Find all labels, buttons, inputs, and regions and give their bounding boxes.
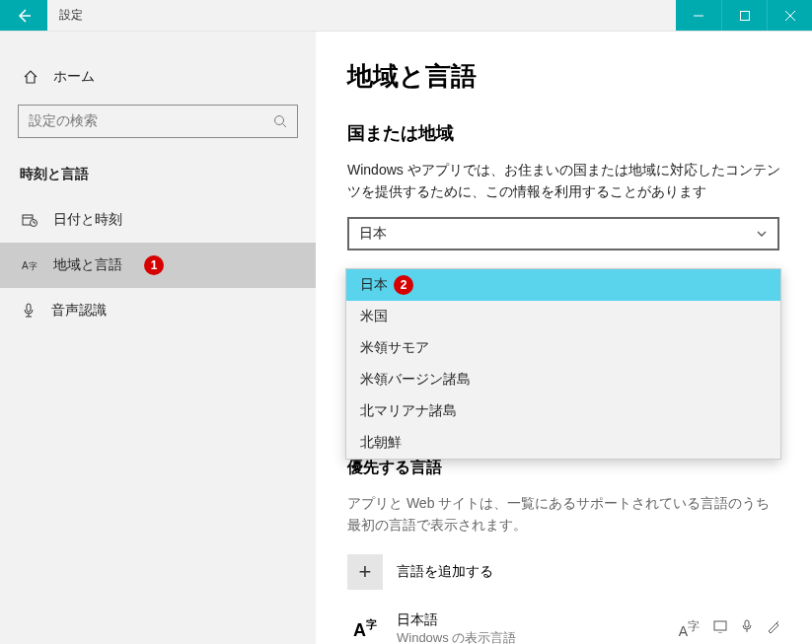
home-icon [22, 69, 39, 85]
add-language-button[interactable]: + 言語を追加する [347, 554, 780, 590]
page-title: 地域と言語 [347, 59, 780, 94]
dropdown-option-label: 米領バージン諸島 [360, 371, 471, 389]
handwriting-icon [767, 619, 780, 639]
country-select[interactable]: 日本 [347, 217, 779, 250]
dropdown-option-label: 日本 [360, 276, 388, 294]
sidebar-item-label: 音声認識 [51, 302, 107, 320]
arrow-left-icon [16, 8, 32, 24]
text-to-speech-icon [713, 619, 727, 639]
home-link[interactable]: ホーム [0, 55, 316, 99]
language-feature-icons: A字 [679, 619, 780, 639]
dropdown-option[interactable]: 北朝鮮 [346, 427, 780, 459]
svg-rect-1 [740, 11, 749, 20]
maximize-button[interactable] [721, 0, 767, 31]
language-icon: A字 [22, 258, 37, 272]
dropdown-option-label: 北朝鮮 [360, 434, 402, 452]
close-icon [785, 11, 795, 21]
dropdown-option[interactable]: 北マリアナ諸島 [346, 395, 780, 427]
language-subtitle: Windows の表示言語 [397, 629, 516, 644]
svg-rect-13 [745, 620, 749, 627]
dropdown-option[interactable]: 米国 [346, 301, 780, 332]
dropdown-option[interactable]: 米領バージン諸島 [346, 364, 780, 395]
annotation-badge-1: 1 [144, 255, 164, 275]
dropdown-option[interactable]: 日本 2 [346, 269, 780, 301]
language-name: 日本語 [397, 611, 516, 629]
preferred-languages-description: アプリと Web サイトは、一覧にあるサポートされている言語のうち最初の言語で表… [347, 492, 780, 537]
calendar-clock-icon [22, 212, 37, 228]
display-language-icon: A字 [679, 619, 700, 639]
search-icon [273, 114, 287, 128]
home-label: ホーム [53, 68, 95, 86]
country-select-value: 日本 [359, 225, 387, 243]
maximize-icon [740, 11, 750, 21]
svg-line-5 [283, 124, 287, 128]
speech-recognition-icon [741, 619, 753, 639]
window-controls [676, 0, 812, 31]
section-country-title: 国または地域 [347, 121, 780, 145]
close-button[interactable] [767, 0, 812, 31]
sidebar-item-label: 地域と言語 [53, 256, 122, 274]
titlebar: 設定 [0, 0, 812, 32]
sidebar-item-label: 日付と時刻 [53, 211, 122, 229]
sidebar-group-title: 時刻と言語 [0, 156, 316, 197]
minimize-button[interactable] [676, 0, 721, 31]
plus-icon: + [347, 554, 383, 590]
dropdown-option-label: 米領サモア [360, 339, 429, 357]
back-button[interactable] [0, 0, 47, 31]
language-glyph-icon: A字 [347, 616, 383, 642]
sidebar-item-speech[interactable]: 音声認識 [0, 288, 316, 333]
svg-text:字: 字 [29, 261, 37, 271]
dropdown-option[interactable]: 米領サモア [346, 332, 780, 364]
window-title: 設定 [47, 0, 95, 31]
country-dropdown: 日本 2 米国 米領サモア 米領バージン諸島 北マリアナ諸島 北朝鮮 [345, 268, 781, 460]
chevron-down-icon [756, 228, 768, 240]
main-content: 地域と言語 国または地域 Windows やアプリでは、お住まいの国または地域に… [316, 32, 812, 644]
svg-rect-11 [27, 304, 31, 312]
minimize-icon [694, 11, 703, 21]
add-language-label: 言語を追加する [397, 563, 493, 581]
country-description: Windows やアプリでは、お住まいの国または地域に対応したコンテンツを提供す… [347, 159, 780, 203]
dropdown-option-label: 北マリアナ諸島 [360, 402, 457, 420]
svg-point-4 [275, 116, 284, 125]
search-placeholder: 設定の検索 [29, 112, 98, 130]
microphone-icon [22, 303, 36, 319]
sidebar-item-date-time[interactable]: 日付と時刻 [0, 197, 316, 243]
search-input[interactable]: 設定の検索 [18, 105, 298, 138]
sidebar: ホーム 設定の検索 時刻と言語 日付と時刻 A字 地域と言語 1 音声認識 [0, 32, 316, 644]
language-item[interactable]: A字 日本語 Windows の表示言語 A字 [347, 611, 780, 644]
section-preferred-languages-title: 優先する言語 [347, 458, 780, 478]
dropdown-option-label: 米国 [360, 308, 388, 325]
svg-rect-12 [714, 621, 726, 630]
annotation-badge-2: 2 [394, 275, 413, 295]
language-text: 日本語 Windows の表示言語 [397, 611, 516, 644]
svg-text:A: A [22, 260, 29, 271]
sidebar-item-region-language[interactable]: A字 地域と言語 1 [0, 243, 316, 288]
